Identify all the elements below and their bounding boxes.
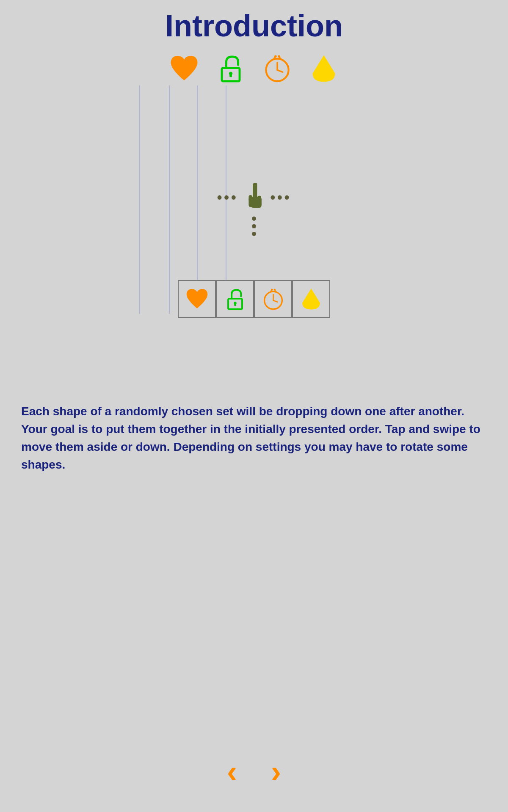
vert-line-1 (139, 85, 140, 314)
dot-2 (252, 224, 256, 228)
dots-below-hand (252, 217, 256, 236)
top-clock-icon (260, 52, 294, 85)
top-icons-row (0, 52, 508, 85)
bottom-drop-box (292, 280, 330, 318)
description-text: Each shape of a randomly chosen set will… (21, 403, 487, 474)
svg-point-8 (274, 55, 277, 58)
svg-rect-2 (229, 74, 232, 77)
navigation-buttons: ‹ › (227, 756, 281, 787)
page-title: Introduction (0, 0, 508, 47)
svg-rect-12 (248, 195, 252, 201)
prev-button[interactable]: ‹ (227, 756, 237, 787)
next-button[interactable]: › (271, 756, 281, 787)
bottom-heart-box (178, 280, 216, 318)
dot-1 (252, 217, 256, 221)
top-heart-icon (167, 52, 201, 85)
animation-lines-area: ••• ••• (0, 85, 508, 314)
dots-right: ••• (270, 189, 291, 206)
svg-line-20 (273, 300, 277, 302)
svg-point-24 (273, 288, 275, 290)
svg-rect-13 (257, 196, 261, 201)
bottom-clock-box (254, 280, 292, 318)
svg-line-5 (277, 70, 283, 72)
dots-left: ••• (217, 189, 238, 206)
svg-point-23 (271, 288, 273, 290)
bottom-icons-row (0, 280, 508, 318)
top-lock-icon (214, 52, 248, 85)
vert-line-2 (169, 85, 170, 314)
gesture-indicator: ••• ••• (190, 183, 318, 212)
svg-point-9 (278, 55, 280, 58)
dot-3 (252, 232, 256, 236)
bottom-lock-box (216, 280, 254, 318)
svg-rect-17 (234, 303, 236, 306)
top-drop-icon (307, 52, 341, 85)
hand-icon (241, 183, 267, 212)
